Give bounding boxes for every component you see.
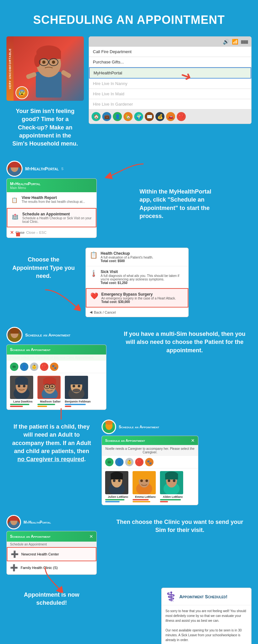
s4-panel-title: Schedule an Appointment [25,333,70,337]
svg-rect-20 [10,329,19,334]
section5-right: Schedule an Appointment Schedule an Appo… [102,420,252,505]
emma-bar-1 [133,499,149,500]
arrow-svg-6 [39,567,64,593]
madison-avatar [37,376,61,399]
julien-bar-2 [105,501,120,502]
section2-right: Within the MyHealthPortal app, click "Sc… [102,161,252,223]
caregiver-alden[interactable]: Alden LeBlanc [160,471,186,502]
surgery-icon: ❤️ [90,292,98,300]
apt-sick-visit[interactable]: 🌡️ Sick Visit A full diagnosis of what a… [86,266,188,288]
phone-menu-header: 🔊 📶 ▓▓▓ [89,37,251,47]
section-1: Very Uncomfortable [6,36,252,151]
svg-point-27 [23,385,25,387]
section-7: Appointment is now scheduled! ⚕️ Appoint… [6,588,252,644]
newcrest-icon: ➕ [11,550,19,558]
family-clinic-icon: ➕ [10,564,18,572]
svg-rect-11 [26,72,37,80]
appointment-types-container: 📋 Health Checkup A full evaluation of a … [85,248,252,317]
menu-icon-4[interactable]: 🏡 [124,112,133,121]
schedule-panel-subtitle: Please select the Patient(s) of this new… [7,355,106,361]
surgery-cost: Total cost: $30,000 [101,300,176,304]
section-3: Choose the Appointment Type you need. [6,248,252,317]
alden-name: Alden LeBlanc [160,495,186,498]
health-report-title: View Health Report [22,195,85,200]
filter-pets[interactable]: ❤️ [40,363,48,371]
section6-left: MyHealthPortal Schedule an Appointment ✕… [6,515,97,575]
arrow-dot-2 [16,232,20,236]
caregiver-subtitle: Noelle needs a Caregiver to accompany he… [102,445,198,456]
schedule-icon: 🏥 [11,212,20,221]
caregiver-close[interactable]: ✕ [191,438,195,443]
menu-icon-5[interactable]: 🌍 [134,112,143,121]
phone-menu-item-maid[interactable]: Hire Live In Maid [89,89,251,99]
page-container: Scheduling an Appointment Very Uncomfort… [0,0,258,644]
menu-icon-1[interactable]: 🏠 [92,112,101,121]
caregiver-emma[interactable]: Emma LeBlanc [133,471,158,502]
clinic-newcrest[interactable]: ➕ Newcrest Health Center [7,547,96,561]
sick-icon: 🌡️ [90,270,97,277]
health-report-subtitle: The results from the last health checkup… [22,200,85,204]
phone-menu-item-myhealthportal[interactable]: MyHealthPortal [89,67,251,79]
patient-madison[interactable]: Madison Salter [37,376,63,407]
filter-pets2[interactable]: 🐾 [50,363,58,371]
arrow-line-4 [61,408,62,420]
cg-filter-3[interactable]: 👶 [125,458,134,466]
madison-svg [38,376,61,399]
s4-avatar [6,327,23,343]
menu-icon-8[interactable]: 🚗 [166,112,175,121]
health-report-icon: 📋 [10,195,19,204]
s6-portal-title: MyHealthPortal [24,520,51,525]
phone-menu-item-purchase-gifts[interactable]: Purchase Gifts... [89,57,251,67]
mhp-label: MyHealthPortal [25,166,59,171]
mhp-close-button[interactable]: ✕ Close Close – ESC [7,227,96,238]
cg-filter-2[interactable]: 👤 [115,458,124,466]
caregiver-panel: Schedule an Appointment ✕ Noelle needs a… [102,436,198,505]
patient-benjamin[interactable]: Benjamin Feldman [65,376,91,407]
menu-icon-3[interactable]: 👤 [113,112,122,121]
menu-icon-9[interactable]: ❤️ [177,112,186,121]
no-caregiver-text: no Caregiver is required [17,456,84,462]
sick-cost: Total cost: $1,250 [101,281,184,285]
phone-menu-item-gardener[interactable]: Hire Live In Gardener [89,99,251,109]
mhp-view-health-report[interactable]: 📋 View Health Report The results from th… [7,192,96,208]
menu-icon-2[interactable]: 💼 [102,112,111,121]
s6-avatar [6,515,21,529]
phone-menu-item-nanny[interactable]: Hire Live In Nanny [89,79,251,89]
caregiver-julien[interactable]: Julien LeBlanc [105,471,131,502]
mhp-header-row: MyHealthPortal S [6,161,97,177]
menu-icon-6[interactable]: ✉️ [145,112,154,121]
apt-back-button[interactable]: ◀ Back / Cancel [86,308,188,317]
benjamin-bar-1 [65,404,86,405]
julien-svg [105,471,128,494]
newcrest-name: Newcrest Health Center [21,552,59,556]
alden-bars [160,499,186,502]
julien-avatar [105,471,128,494]
svg-point-54 [118,479,121,482]
s5-header-row: Schedule an Appointment [102,420,252,434]
madison-bar-2 [37,406,47,407]
apt-health-checkup[interactable]: 📋 Health Checkup A full evaluation of a … [86,248,188,266]
clinic-close[interactable]: ✕ [89,534,93,539]
cg-filter-4[interactable]: ❤️ [135,458,144,466]
checkup-icon: 📋 [90,251,97,259]
cg-filter-5[interactable]: 🐾 [145,458,154,466]
svg-point-43 [73,385,75,387]
mhp-schedule-appointment[interactable]: 🏥 Schedule an Appointment Schedule a Hea… [7,208,96,227]
filter-adults[interactable]: 👤 [20,363,28,371]
phone-menu: 🔊 📶 ▓▓▓ Call Fire Department Purchase Gi… [89,36,252,124]
s4-header-row: Schedule an Appointment [6,327,106,343]
emma-svg [133,471,156,494]
menu-icon-7[interactable]: 💰 [155,112,164,121]
schedule-panel-title: Schedule an Appointment [10,347,51,352]
caregiver-list: Julien LeBlanc [102,469,198,505]
svg-point-60 [140,479,143,482]
filter-all[interactable]: ♾ [10,363,18,371]
filter-young[interactable]: 👶 [30,363,38,371]
madison-bars [37,404,63,407]
clinic-panel-header: Schedule an Appointment ✕ [7,531,96,542]
apt-emergency-surgery[interactable]: ❤️ Emergency Bypass Surgery An emergency… [86,288,188,308]
svg-rect-16 [10,163,19,167]
phone-menu-item-call-fire[interactable]: Call Fire Department [89,47,251,57]
cg-filter-1[interactable]: ♾ [105,458,114,466]
patient-lana[interactable]: Lana Dawkins [10,376,36,407]
